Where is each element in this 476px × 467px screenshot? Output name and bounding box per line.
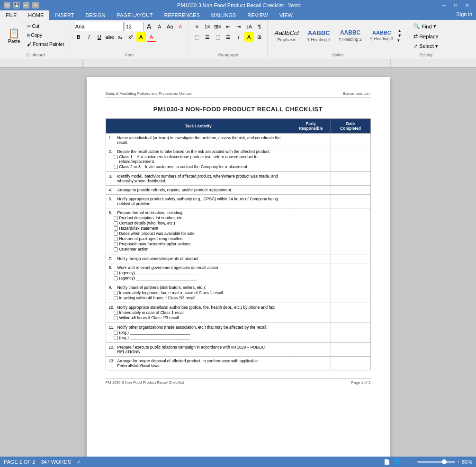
close-btn[interactable]: ✕ xyxy=(462,0,472,10)
subitem-checkbox[interactable] xyxy=(114,296,118,300)
subitem-checkbox[interactable] xyxy=(114,237,118,241)
shading-btn[interactable]: A xyxy=(244,32,254,42)
subitem-checkbox[interactable] xyxy=(114,232,118,236)
style-emphasis[interactable]: AaBbCcI Emphasis xyxy=(271,22,302,49)
minimize-btn[interactable]: ─ xyxy=(439,0,449,10)
styles-down-btn[interactable]: ▼ xyxy=(397,33,404,38)
italic-btn[interactable]: I xyxy=(84,32,94,42)
document-title: PM1030-3 NON-FOOD PRODUCT RECALL CHECKLI… xyxy=(106,106,371,113)
restore-btn[interactable]: □ xyxy=(450,0,461,10)
tab-mailings[interactable]: MAILINGS xyxy=(206,10,242,20)
align-left-btn[interactable]: ⬚ xyxy=(192,32,202,42)
table-row: 3.Identify model, batch/lot numbers of a… xyxy=(106,172,370,186)
font-size-input[interactable] xyxy=(125,22,144,31)
subitem-checkbox[interactable] xyxy=(114,165,118,169)
styles-scroll: AaBbCcI Emphasis AABBC ¶ Heading 1 AABBC… xyxy=(271,22,396,49)
task-num: 2. xyxy=(109,149,116,154)
tab-references[interactable]: REFERENCES xyxy=(159,10,206,20)
subitem-checkbox[interactable] xyxy=(114,311,118,315)
superscript-btn[interactable]: x² xyxy=(126,32,135,42)
find-btn[interactable]: 🔍 Find ▾ xyxy=(411,22,440,31)
subitem-checkbox[interactable] xyxy=(114,271,118,275)
text-highlight-btn[interactable]: A xyxy=(136,32,146,42)
zoom-in-btn[interactable]: + xyxy=(457,459,460,465)
view-print-icon[interactable]: 📄 xyxy=(384,459,390,465)
proofing-icon[interactable]: ✓ xyxy=(77,459,81,465)
tab-home[interactable]: HOME xyxy=(22,10,49,20)
align-center-btn[interactable]: ☰ xyxy=(203,32,212,42)
bold-btn[interactable]: B xyxy=(74,32,83,42)
tab-review[interactable]: REVIEW xyxy=(242,10,273,20)
format-painter-btn[interactable]: 🖌 Format Painter xyxy=(25,40,67,48)
tab-view[interactable]: VIEW xyxy=(274,10,298,20)
save-icon[interactable]: 💾 xyxy=(13,2,20,9)
subitem-text: In writing within 48 hours if Class 2/3 … xyxy=(119,296,197,300)
table-row: 13.Arrange for proper disposal of affect… xyxy=(106,357,370,370)
change-case-btn[interactable]: Aa xyxy=(165,22,175,31)
subitem-text: Proposed manufacturer/supplier actions xyxy=(119,242,190,246)
view-web-icon[interactable]: 🌐 xyxy=(394,459,401,465)
view-outline-icon[interactable]: ≡ xyxy=(404,459,407,465)
show-formatting-btn[interactable]: ¶ xyxy=(255,22,264,31)
tab-file[interactable]: FILE xyxy=(0,10,22,20)
decrease-indent-btn[interactable]: ⇤ xyxy=(224,22,233,31)
tab-page-layout[interactable]: PAGE LAYOUT xyxy=(111,10,159,20)
subitem-text: (agency) ___________________________ xyxy=(119,276,197,280)
styles-more-btn[interactable]: ▾ xyxy=(397,38,404,43)
date-cell xyxy=(331,254,370,263)
subitem-checkbox[interactable] xyxy=(114,247,118,251)
subitem-checkbox[interactable] xyxy=(114,226,118,231)
date-cell xyxy=(331,208,370,254)
style-heading3[interactable]: AABBC ¶ Heading 3 xyxy=(367,22,396,49)
borders-btn[interactable]: ⊞ xyxy=(255,32,264,42)
line-spacing-btn[interactable]: ↕ xyxy=(234,32,243,42)
style-heading2[interactable]: AABBC ¶ Heading 2 xyxy=(335,22,365,49)
tab-design[interactable]: DESIGN xyxy=(80,10,111,20)
strikethrough-btn[interactable]: abc xyxy=(105,32,115,42)
increase-indent-btn[interactable]: ⇥ xyxy=(234,22,243,31)
subitem-checkbox[interactable] xyxy=(114,155,118,159)
party-cell xyxy=(291,357,331,370)
align-right-btn[interactable]: ⬚ xyxy=(213,32,223,42)
task-num: 5. xyxy=(109,197,116,206)
subscript-btn[interactable]: x₂ xyxy=(116,32,125,42)
subitem-checkbox[interactable] xyxy=(114,316,118,320)
subitem-text: Product description, lot number, etc. xyxy=(119,216,184,220)
paste-btn[interactable]: 📋 Paste xyxy=(5,22,24,49)
justify-btn[interactable]: ☰ xyxy=(224,32,233,42)
h3-label: ¶ Heading 3 xyxy=(370,36,393,41)
select-btn[interactable]: ↗ Select ▾ xyxy=(411,42,440,51)
subitem-text: (org.) ___________________________ xyxy=(119,335,190,340)
copy-btn[interactable]: ⎘ Copy xyxy=(25,31,67,39)
cut-btn[interactable]: ✂ Cut xyxy=(25,22,67,30)
subitem-checkbox[interactable] xyxy=(114,242,118,246)
subitem-checkbox[interactable] xyxy=(114,216,118,220)
undo-icon[interactable]: ↩ xyxy=(23,2,29,9)
zoom-out-btn[interactable]: ─ xyxy=(412,459,415,465)
subitem-checkbox[interactable] xyxy=(114,336,118,340)
col-party: PartyResponsible xyxy=(291,119,331,134)
task-text: Prepare formal notification, including: xyxy=(117,210,184,215)
underline-btn[interactable]: U xyxy=(95,32,104,42)
font-color-btn[interactable]: A xyxy=(147,32,156,42)
style-heading1[interactable]: AABBC ¶ Heading 1 xyxy=(304,22,333,49)
font-name-input[interactable] xyxy=(74,22,124,31)
grow-font-btn[interactable]: A xyxy=(144,22,154,31)
subitem-checkbox[interactable] xyxy=(114,331,118,335)
bullets-btn[interactable]: ≡ xyxy=(192,22,202,31)
styles-up-btn[interactable]: ▲ xyxy=(397,28,404,33)
subitem-text: Class 2 or 3 – Invite customers to conta… xyxy=(119,164,249,169)
multilevel-btn[interactable]: ⊞≡ xyxy=(213,22,223,31)
replace-btn[interactable]: ⇄ Replace xyxy=(411,32,440,41)
redo-icon[interactable]: ↪ xyxy=(32,2,39,9)
subitem-checkbox[interactable] xyxy=(114,291,118,295)
sort-btn[interactable]: ↕A xyxy=(244,22,254,31)
subitem-checkbox[interactable] xyxy=(114,276,118,280)
clear-format-btn[interactable]: A xyxy=(176,22,185,31)
tab-insert[interactable]: INSERT xyxy=(49,10,80,20)
numbering-btn[interactable]: 1≡ xyxy=(203,22,212,31)
sign-in-btn[interactable]: Sign in xyxy=(452,10,476,20)
subitem-checkbox[interactable] xyxy=(114,221,118,225)
shrink-font-btn[interactable]: A xyxy=(155,22,164,31)
zoom-slider[interactable] xyxy=(417,461,455,463)
